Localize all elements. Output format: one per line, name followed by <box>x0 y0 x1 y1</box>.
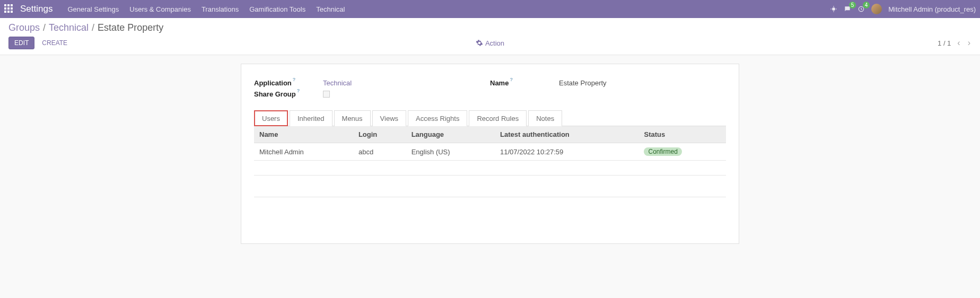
field-share-group: Share Group ? <box>254 90 490 98</box>
debug-icon[interactable] <box>830 5 837 13</box>
action-dropdown[interactable]: Action <box>476 39 504 47</box>
nav-item-translations[interactable]: Translations <box>196 5 244 13</box>
activities-icon[interactable]: 4 <box>858 5 865 13</box>
breadcrumb-root[interactable]: Groups <box>8 22 40 33</box>
pager-prev-icon[interactable]: ‹ <box>956 38 961 48</box>
nav-item-gamification[interactable]: Gamification Tools <box>244 5 311 13</box>
breadcrumb-sep: / <box>92 22 94 33</box>
col-auth[interactable]: Latest authentication <box>495 126 638 143</box>
breadcrumb-sep: / <box>43 22 46 33</box>
topbar-right: 5 4 Mitchell Admin (product_res) <box>830 4 976 14</box>
breadcrumb-current: Estate Property <box>98 22 163 33</box>
breadcrumb: Groups / Technical / Estate Property <box>8 22 972 33</box>
application-label: Application ? <box>254 79 323 87</box>
pager: 1 / 1 ‹ › <box>938 38 972 48</box>
breadcrumb-mid[interactable]: Technical <box>49 22 89 33</box>
users-table: Name Login Language Latest authenticatio… <box>254 126 726 176</box>
nav-item-users-companies[interactable]: Users & Companies <box>124 5 196 13</box>
name-label-text: Name <box>490 79 509 87</box>
table-header-row: Name Login Language Latest authenticatio… <box>254 126 726 143</box>
svg-point-0 <box>832 7 835 11</box>
create-button[interactable]: CREATE <box>37 37 73 49</box>
fields-row-2: Share Group ? <box>254 90 726 98</box>
cell-language: English (US) <box>406 143 495 161</box>
nav-item-general-settings[interactable]: General Settings <box>62 5 124 13</box>
name-label: Name ? <box>490 79 559 87</box>
tabs: Users Inherited Menus Views Access Right… <box>254 110 726 126</box>
col-status[interactable]: Status <box>638 126 726 143</box>
help-icon[interactable]: ? <box>510 77 513 82</box>
nav-item-technical[interactable]: Technical <box>311 5 350 13</box>
avatar[interactable] <box>871 4 882 14</box>
tab-inherited[interactable]: Inherited <box>290 110 332 126</box>
col-name[interactable]: Name <box>254 126 353 143</box>
help-icon[interactable]: ? <box>297 88 300 93</box>
tab-record-rules[interactable]: Record Rules <box>469 110 527 126</box>
share-group-checkbox[interactable] <box>323 91 330 98</box>
cell-name: Mitchell Admin <box>254 143 353 161</box>
app-name: Settings <box>20 4 52 14</box>
topbar: Settings General Settings Users & Compan… <box>0 0 980 18</box>
tab-menus[interactable]: Menus <box>334 110 371 126</box>
help-icon[interactable]: ? <box>293 77 296 82</box>
user-label[interactable]: Mitchell Admin (product_res) <box>888 5 976 13</box>
pager-text: 1 / 1 <box>938 39 951 47</box>
col-language[interactable]: Language <box>406 126 495 143</box>
application-label-text: Application <box>254 79 292 87</box>
tab-views[interactable]: Views <box>372 110 406 126</box>
sheet-wrap: Application ? Technical Name ? Estate Pr… <box>0 55 980 252</box>
controls-row: EDIT CREATE Action 1 / 1 ‹ › <box>8 37 972 49</box>
cell-status: Confirmed <box>638 143 726 161</box>
status-badge: Confirmed <box>644 147 681 156</box>
table-row[interactable] <box>254 161 726 176</box>
application-value[interactable]: Technical <box>323 79 352 87</box>
table-row[interactable]: Mitchell Admin abcd English (US) 11/07/2… <box>254 143 726 161</box>
edit-button[interactable]: EDIT <box>8 37 34 49</box>
field-empty <box>490 90 726 98</box>
share-group-label: Share Group ? <box>254 90 323 98</box>
action-label: Action <box>485 39 504 47</box>
field-application: Application ? Technical <box>254 79 490 87</box>
apps-launcher-icon[interactable] <box>4 4 14 14</box>
activities-badge: 4 <box>863 2 870 8</box>
tab-users[interactable]: Users <box>254 110 288 126</box>
header-area: Groups / Technical / Estate Property EDI… <box>0 18 980 55</box>
form-sheet: Application ? Technical Name ? Estate Pr… <box>241 64 739 244</box>
messages-icon[interactable]: 5 <box>844 5 851 13</box>
col-login[interactable]: Login <box>353 126 406 143</box>
name-value: Estate Property <box>559 79 607 87</box>
field-name: Name ? Estate Property <box>490 79 726 87</box>
sheet-divider <box>254 197 726 197</box>
fields-row-1: Application ? Technical Name ? Estate Pr… <box>254 79 726 87</box>
nav-items: General Settings Users & Companies Trans… <box>62 5 350 13</box>
tab-notes[interactable]: Notes <box>528 110 562 126</box>
messages-badge: 5 <box>849 2 856 8</box>
tab-access-rights[interactable]: Access Rights <box>408 110 467 126</box>
cell-auth: 11/07/2022 10:27:59 <box>495 143 638 161</box>
cell-login: abcd <box>353 143 406 161</box>
share-group-label-text: Share Group <box>254 90 296 98</box>
gear-icon <box>476 39 483 47</box>
pager-next-icon[interactable]: › <box>967 38 972 48</box>
